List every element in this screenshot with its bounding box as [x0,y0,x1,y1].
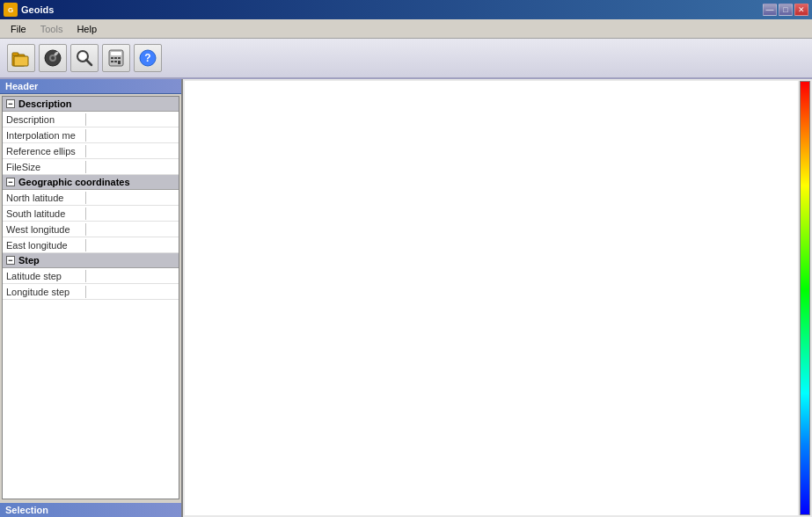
section-step[interactable]: − Step [3,253,179,268]
help-button[interactable]: ? [134,44,162,72]
titlebar: G Geoids — □ ✕ [0,0,812,19]
value-west[interactable] [86,229,179,230]
section-description[interactable]: − Description [3,97,179,112]
prop-lat-step: Latitude step [3,268,179,284]
section-geo-label: Geographic coordinates [18,177,130,187]
prop-description: Description [3,112,179,127]
prop-lon-step: Longitude step [3,284,179,300]
titlebar-buttons: — □ ✕ [763,4,808,16]
svg-point-7 [51,56,55,60]
svg-rect-16 [118,57,121,59]
toggle-geo[interactable]: − [6,178,15,186]
prop-east: East longitude [3,237,179,253]
svg-rect-18 [114,61,117,62]
prop-south: South latitude [3,206,179,222]
value-description[interactable] [86,119,179,120]
svg-rect-3 [12,53,18,55]
left-panel: Header − Description Description Interpo… [0,79,183,517]
svg-point-10 [79,53,86,60]
search-button[interactable] [70,44,99,72]
toggle-description[interactable]: − [6,99,15,108]
toolbar: ? [0,39,812,79]
value-south[interactable] [86,213,179,215]
calculator-button[interactable] [102,44,130,72]
label-reference: Reference ellips [3,145,86,157]
menu-help[interactable]: Help [69,22,104,36]
prop-interpolation: Interpolation me [3,127,179,143]
svg-text:?: ? [144,52,150,64]
value-reference[interactable] [86,150,179,152]
value-east[interactable] [86,244,179,246]
menu-file[interactable]: File [4,22,33,36]
section-step-label: Step [18,255,40,266]
close-button[interactable]: ✕ [794,4,808,16]
svg-rect-15 [114,57,117,59]
app-title: Geoids [21,4,54,15]
svg-rect-4 [14,56,28,66]
menu-tools: Tools [33,22,70,36]
section-geo[interactable]: − Geographic coordinates [3,175,179,190]
label-filesize: FileSize [3,161,86,173]
minimize-button[interactable]: — [763,4,777,16]
label-lon-step: Longitude step [3,286,86,298]
prop-north: North latitude [3,190,179,206]
color-scale [800,81,810,515]
right-panel [183,79,812,517]
tree-area: − Description Description Interpolation … [2,96,179,499]
prop-filesize: FileSize [3,159,179,175]
svg-line-11 [86,60,91,65]
open-button[interactable] [7,44,35,72]
tree-scroll[interactable]: − Description Description Interpolation … [3,97,179,499]
label-interpolation: Interpolation me [3,129,86,142]
disk-button[interactable] [39,44,67,72]
value-north[interactable] [86,197,179,199]
svg-rect-14 [111,57,113,59]
menubar: File Tools Help [0,19,812,39]
value-lon-step[interactable] [86,291,179,293]
label-north: North latitude [3,192,86,204]
label-east: East longitude [3,239,86,251]
svg-rect-13 [111,52,121,55]
prop-reference: Reference ellips [3,143,179,159]
value-interpolation[interactable] [86,135,179,136]
svg-text:G: G [8,6,13,14]
app-icon: G [4,3,18,17]
label-lat-step: Latitude step [3,270,86,282]
main-canvas [185,81,798,515]
header-label: Header [0,79,181,94]
maximize-button[interactable]: □ [779,4,793,16]
titlebar-left: G Geoids [4,3,54,17]
toggle-step[interactable]: − [6,256,15,265]
tree-content: − Description Description Interpolation … [0,94,181,501]
label-south: South latitude [3,208,86,220]
svg-rect-19 [118,61,121,64]
prop-west: West longitude [3,222,179,237]
label-west: West longitude [3,223,86,236]
section-description-label: Description [18,98,72,109]
value-lat-step[interactable] [86,275,179,277]
selection-footer: Selection [0,503,181,517]
value-filesize[interactable] [86,166,179,168]
main-layout: Header − Description Description Interpo… [0,79,812,517]
svg-rect-17 [111,61,113,62]
label-description: Description [3,113,86,126]
